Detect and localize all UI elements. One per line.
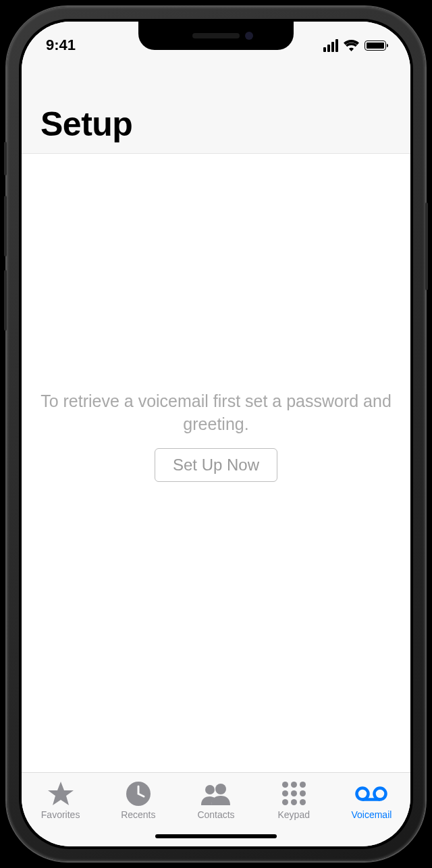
volume-up-button	[4, 196, 7, 256]
tab-recents[interactable]: Recents	[99, 773, 177, 828]
notch	[138, 22, 294, 50]
star-icon	[48, 781, 74, 807]
header: Setup	[22, 61, 410, 154]
svg-point-3	[357, 788, 369, 799]
svg-point-4	[375, 788, 386, 799]
tab-label: Recents	[121, 809, 155, 820]
volume-down-button	[4, 270, 7, 331]
device-frame: 9:41 Setup	[7, 7, 425, 861]
tab-favorites[interactable]: Favorites	[22, 773, 99, 828]
mute-switch	[4, 142, 7, 175]
svg-point-1	[215, 784, 226, 794]
set-up-now-button[interactable]: Set Up Now	[155, 448, 277, 482]
status-time: 9:41	[46, 36, 76, 54]
front-camera	[245, 32, 253, 40]
voicemail-icon	[355, 781, 387, 807]
page-title: Setup	[40, 105, 392, 144]
tab-label: Contacts	[197, 809, 234, 820]
empty-state-message: To retrieve a voicemail first set a pass…	[22, 390, 410, 436]
keypad-icon	[282, 781, 306, 807]
tab-label: Favorites	[41, 809, 80, 820]
wifi-icon	[344, 40, 359, 51]
cellular-signal-icon	[323, 39, 338, 52]
tab-label: Keypad	[277, 809, 309, 820]
battery-icon	[364, 40, 386, 51]
tab-label: Voicemail	[351, 809, 392, 820]
clock-icon	[126, 781, 151, 807]
home-indicator[interactable]	[155, 834, 277, 838]
screen: 9:41 Setup	[22, 22, 410, 846]
status-icons	[323, 39, 386, 52]
tab-voicemail[interactable]: Voicemail	[333, 773, 410, 828]
tab-keypad[interactable]: Keypad	[255, 773, 333, 828]
speaker-grille	[192, 33, 240, 38]
main-content: To retrieve a voicemail first set a pass…	[22, 154, 410, 772]
power-button	[425, 202, 428, 290]
tab-contacts[interactable]: Contacts	[177, 773, 254, 828]
svg-point-2	[205, 785, 215, 794]
contacts-icon	[200, 781, 232, 807]
